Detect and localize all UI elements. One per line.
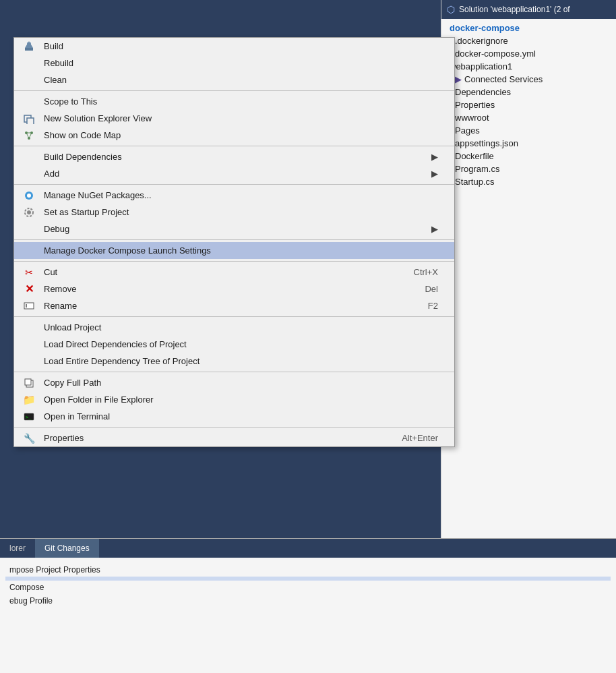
menu-item-debug[interactable]: Debug ▶ — [14, 221, 454, 237]
docker-compose-label: docker-compose — [450, 23, 520, 33]
rename-label: Rename — [44, 301, 77, 311]
divider-4 — [14, 239, 454, 240]
svg-point-12 — [27, 194, 31, 198]
tree-item-webapplication1[interactable]: webapplication1 — [441, 60, 616, 73]
rebuild-label: Rebuild — [44, 58, 73, 68]
wrench-icon: 🔧 — [20, 432, 38, 445]
pages-label: Pages — [455, 125, 480, 136]
svg-line-10 — [29, 133, 32, 138]
tab-git-changes[interactable]: Git Changes — [35, 539, 99, 558]
dockerfile-label: Dockerfile — [455, 151, 494, 161]
properties-label: Properties — [455, 100, 495, 110]
manage-nuget-label: Manage NuGet Packages... — [44, 190, 152, 200]
show-code-map-label: Show on Code Map — [44, 130, 121, 140]
menu-item-unload-project[interactable]: Unload Project — [14, 319, 454, 336]
menu-item-remove[interactable]: ✕ Remove Del — [14, 281, 454, 297]
tree-item-pages[interactable]: Pages — [441, 124, 616, 137]
menu-item-set-startup[interactable]: Set as Startup Project — [14, 204, 454, 221]
startup-cs-label: Startup.cs — [455, 177, 495, 187]
tree-item-dockerfile[interactable]: Dockerfile — [441, 150, 616, 163]
menu-item-scope-to-this[interactable]: Scope to This — [14, 93, 454, 110]
menu-item-open-terminal[interactable]: >_ Open in Terminal — [14, 408, 454, 425]
scope-icon — [20, 95, 38, 109]
debug-icon — [20, 223, 38, 236]
bottom-tabs: lorer Git Changes — [0, 539, 616, 558]
menu-item-copy-full-path[interactable]: Copy Full Path — [14, 374, 454, 391]
divider-1 — [14, 90, 454, 91]
unload-label: Unload Project — [44, 322, 101, 332]
divider-3 — [14, 184, 454, 185]
load-tree-label: Load Entire Dependency Tree of Project — [44, 356, 199, 366]
webapplication1-label: webapplication1 — [450, 61, 512, 71]
open-folder-label: Open Folder in File Explorer — [44, 394, 154, 405]
tree-item-appsettings[interactable]: appsettings.json — [441, 137, 616, 150]
menu-item-properties[interactable]: 🔧 Properties Alt+Enter — [14, 430, 454, 446]
arrow-icon-build-deps: ▶ — [431, 152, 438, 162]
docker-compose-menu-icon — [20, 244, 38, 258]
solution-explorer-header: ⬡ Solution 'webapplication1' (2 of — [441, 0, 616, 19]
context-menu: Build Rebuild Clean Scope to This New So… — [13, 37, 455, 447]
cut-label: Cut — [44, 267, 57, 277]
bottom-row-1-label: mpose Project Properties — [9, 565, 100, 575]
menu-item-new-solution-view[interactable]: New Solution Explorer View — [14, 110, 454, 127]
arrow-icon: ▶ — [455, 74, 462, 84]
divider-8 — [14, 427, 454, 428]
tree-item-properties[interactable]: Properties — [441, 98, 616, 111]
code-map-icon — [20, 129, 38, 142]
menu-item-add[interactable]: Add ▶ — [14, 165, 454, 182]
load-direct-icon — [20, 338, 38, 351]
vs-icon: ⬡ — [447, 4, 455, 15]
divider-7 — [14, 372, 454, 372]
tree-item-docker-compose-yml[interactable]: docker-compose.yml — [441, 47, 616, 60]
divider-6 — [14, 316, 454, 317]
clean-icon — [20, 74, 38, 87]
menu-item-build[interactable]: Build — [14, 38, 454, 55]
tab-git-changes-label: Git Changes — [44, 544, 90, 553]
scope-label: Scope to This — [44, 96, 97, 107]
appsettings-label: appsettings.json — [455, 138, 518, 148]
tree-item-wwwroot[interactable]: wwwroot — [441, 111, 616, 124]
cut-shortcut: Ctrl+X — [414, 267, 438, 277]
tree-item-docker-compose[interactable]: docker-compose — [441, 22, 616, 34]
properties-shortcut: Alt+Enter — [402, 433, 438, 443]
menu-item-clean[interactable]: Clean — [14, 71, 454, 88]
svg-text:>_: >_ — [26, 415, 32, 420]
menu-item-build-dependencies[interactable]: Build Dependencies ▶ — [14, 148, 454, 165]
svg-rect-18 — [25, 379, 31, 385]
menu-item-manage-docker-compose[interactable]: Manage Docker Compose Launch Settings — [14, 242, 454, 259]
bottom-content: mpose Project Properties Compose ebug Pr… — [0, 558, 616, 613]
svg-rect-4 — [27, 118, 34, 124]
nuget-icon — [20, 189, 38, 202]
load-tree-icon — [20, 355, 38, 368]
connected-services-label: Connected Services — [464, 74, 543, 84]
build-icon — [20, 40, 38, 53]
divider-5 — [14, 261, 454, 262]
menu-item-load-direct-deps[interactable]: Load Direct Dependencies of Project — [14, 336, 454, 353]
tree-item-program-cs[interactable]: Program.cs — [441, 163, 616, 175]
folder-icon: 📁 — [20, 393, 38, 407]
bottom-row-3: Compose — [5, 581, 611, 594]
menu-item-load-entire-dep-tree[interactable]: Load Entire Dependency Tree of Project — [14, 353, 454, 370]
tree-item-dockerignore[interactable]: .dockerignore — [441, 34, 616, 47]
tree-item-startup-cs[interactable]: Startup.cs — [441, 175, 616, 188]
program-cs-label: Program.cs — [455, 164, 499, 174]
menu-item-manage-nuget[interactable]: Manage NuGet Packages... — [14, 187, 454, 204]
properties-menu-label: Properties — [44, 433, 84, 443]
tree-item-dependencies[interactable]: Dependencies — [441, 86, 616, 98]
menu-item-cut[interactable]: ✂ Cut Ctrl+X — [14, 264, 454, 281]
manage-docker-compose-label: Manage Docker Compose Launch Settings — [44, 245, 211, 256]
menu-item-rebuild[interactable]: Rebuild — [14, 55, 454, 71]
remove-shortcut: Del — [425, 284, 438, 294]
svg-rect-0 — [25, 48, 33, 51]
menu-item-open-folder[interactable]: 📁 Open Folder in File Explorer — [14, 391, 454, 408]
remove-icon: ✕ — [20, 283, 38, 296]
build-label: Build — [44, 41, 63, 51]
menu-item-show-code-map[interactable]: Show on Code Map — [14, 127, 454, 144]
menu-item-rename[interactable]: Rename F2 — [14, 297, 454, 314]
tab-explorer[interactable]: lorer — [0, 539, 35, 558]
tree-item-connected-services[interactable]: ▶ Connected Services — [441, 73, 616, 86]
rename-icon — [20, 299, 38, 313]
solution-tree: docker-compose .dockerignore docker-comp… — [441, 19, 616, 191]
arrow-icon-debug: ▶ — [431, 224, 438, 234]
add-label: Add — [44, 169, 59, 179]
